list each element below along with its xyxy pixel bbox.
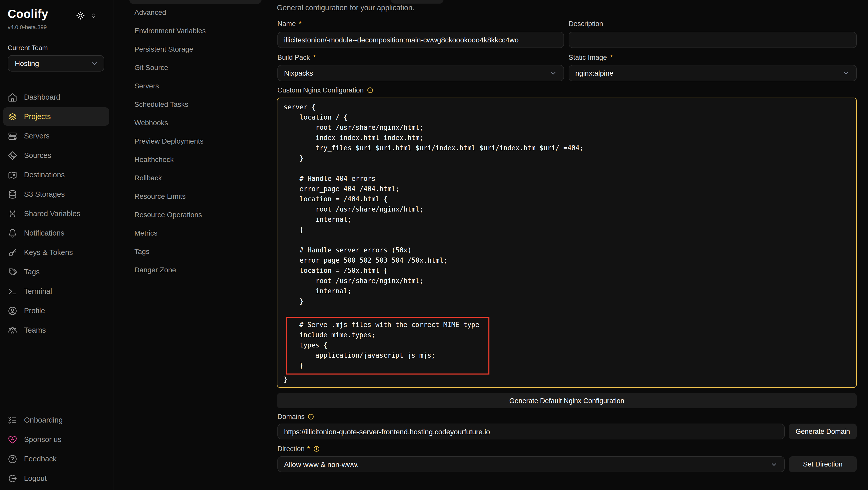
- code-line: [283, 235, 850, 245]
- sidebar-item-onboarding[interactable]: Onboarding: [3, 411, 109, 429]
- sidebar-item-label: Notifications: [24, 229, 64, 237]
- static-image-select[interactable]: nginx:alpine: [569, 65, 857, 81]
- users-icon: [8, 325, 18, 335]
- required-marker: *: [299, 20, 302, 28]
- submenu-item-resource-limits[interactable]: Resource Limits: [114, 187, 276, 205]
- generate-domain-button[interactable]: Generate Domain: [789, 424, 857, 439]
- submenu-item-advanced[interactable]: Advanced: [114, 3, 276, 22]
- submenu-item-rollback[interactable]: Rollback: [114, 169, 276, 187]
- sidebar-item-projects[interactable]: Projects: [3, 107, 109, 126]
- cutoff-top-button[interactable]: [391, 0, 443, 4]
- sidebar-item-label: Servers: [24, 132, 50, 140]
- current-team-label: Current Team: [8, 44, 48, 52]
- submenu-item-danger-zone[interactable]: Danger Zone: [114, 261, 276, 279]
- build-pack-value: Nixpacks: [284, 69, 313, 77]
- code-line: try_files $uri $uri.html $uri/index.html…: [283, 143, 850, 153]
- sidebar-item-label: Dashboard: [24, 93, 60, 101]
- description-input[interactable]: [569, 32, 857, 48]
- submenu-item-environment-variables[interactable]: Environment Variables: [114, 22, 276, 40]
- submenu-item-resource-operations[interactable]: Resource Operations: [114, 205, 276, 224]
- logout-icon: [8, 473, 18, 483]
- chevron-down-icon: [549, 69, 557, 77]
- sidebar-item-tags[interactable]: Tags: [3, 263, 109, 281]
- sidebar-item-logout[interactable]: Logout: [3, 469, 109, 487]
- code-line: internal;: [283, 215, 850, 225]
- sidebar-item-label: Shared Variables: [24, 210, 80, 218]
- sidebar-item-shared-variables[interactable]: Shared Variables: [3, 204, 109, 223]
- sidebar-item-dashboard[interactable]: Dashboard: [3, 88, 109, 106]
- code-line: }: [283, 225, 850, 235]
- sidebar-item-servers[interactable]: Servers: [3, 127, 109, 145]
- info-icon[interactable]: [367, 87, 373, 93]
- code-line: internal;: [283, 286, 850, 296]
- build-pack-select[interactable]: Nixpacks: [277, 65, 564, 81]
- submenu-item-webhooks[interactable]: Webhooks: [114, 114, 276, 132]
- info-icon[interactable]: [308, 414, 314, 420]
- required-marker: *: [307, 445, 310, 453]
- name-input[interactable]: [277, 32, 564, 48]
- required-marker: *: [313, 54, 316, 61]
- list-checks-icon: [8, 415, 18, 425]
- sidebar-item-profile[interactable]: Profile: [3, 302, 109, 320]
- coolify-app: Coolify v4.0.0-beta.399 Current Team Hos…: [0, 0, 868, 490]
- sidebar-item-sources[interactable]: Sources: [3, 146, 109, 164]
- map-x-icon: [8, 170, 18, 180]
- theme-toggle-sun-icon[interactable]: [75, 11, 85, 21]
- layers-icon: [8, 112, 18, 121]
- sidebar-item-feedback[interactable]: Feedback: [3, 450, 109, 468]
- sidebar-item-label: S3 Storages: [24, 190, 65, 198]
- page-subtitle: General configuration for your applicati…: [277, 4, 414, 12]
- sidebar-item-s3-storages[interactable]: S3 Storages: [3, 185, 109, 203]
- code-line: }: [283, 153, 850, 163]
- description-label: Description: [569, 20, 603, 28]
- direction-select[interactable]: Allow www & non-www.: [277, 456, 785, 472]
- app-logo[interactable]: Coolify: [8, 7, 48, 21]
- code-line: # Handle server errors (50x): [283, 245, 850, 255]
- sidebar-item-notifications[interactable]: Notifications: [3, 224, 109, 242]
- code-line: [283, 163, 850, 174]
- nginx-config-editor[interactable]: server { location / { root /usr/share/ng…: [277, 98, 857, 388]
- user-circle-icon: [8, 306, 18, 315]
- code-line: error_page 404 /404.html;: [283, 184, 850, 194]
- static-image-value: nginx:alpine: [575, 69, 613, 77]
- code-line: [283, 307, 850, 317]
- code-line: include mime.types;: [299, 330, 479, 340]
- submenu-item-servers[interactable]: Servers: [114, 76, 276, 95]
- sidebar-item-label: Feedback: [24, 455, 57, 463]
- sidebar-item-label: Tags: [24, 268, 40, 276]
- sidebar-item-sponsor-us[interactable]: Sponsor us: [3, 430, 109, 449]
- sidebar-nav: DashboardProjectsServersSourcesDestinati…: [0, 88, 114, 340]
- code-line: # Handle 404 errors: [283, 174, 850, 184]
- submenu-item-git-source[interactable]: Git Source: [114, 58, 276, 76]
- team-select-value: Hosting: [15, 59, 39, 67]
- submenu-item-scheduled-tasks[interactable]: Scheduled Tasks: [114, 95, 276, 114]
- submenu-item-preview-deployments[interactable]: Preview Deployments: [114, 132, 276, 150]
- domains-input[interactable]: [277, 424, 785, 439]
- app-version: v4.0.0-beta.399: [8, 24, 47, 30]
- submenu-item-tags[interactable]: Tags: [114, 242, 276, 261]
- sidebar-item-label: Onboarding: [24, 416, 63, 424]
- submenu-selected-item-cutoff[interactable]: [129, 0, 261, 4]
- sidebar-item-teams[interactable]: Teams: [3, 321, 109, 339]
- sidebar-item-destinations[interactable]: Destinations: [3, 165, 109, 184]
- team-select[interactable]: Hosting: [8, 55, 104, 71]
- sidebar-item-keys-tokens[interactable]: Keys & Tokens: [3, 243, 109, 262]
- code-line: root /usr/share/nginx/html;: [283, 204, 850, 215]
- code-line: }: [283, 296, 850, 307]
- set-direction-button[interactable]: Set Direction: [789, 456, 857, 472]
- database-icon: [8, 189, 18, 199]
- bell-icon: [8, 228, 18, 238]
- code-line: }: [299, 361, 479, 371]
- generate-default-nginx-button[interactable]: Generate Default Nginx Configuration: [277, 393, 857, 408]
- code-line: root /usr/share/nginx/html;: [283, 123, 850, 133]
- heart-icon: [8, 434, 18, 444]
- submenu-item-healthcheck[interactable]: Healthcheck: [114, 150, 276, 169]
- chevrons-up-down-icon[interactable]: [90, 12, 97, 19]
- static-image-label: Static Image*: [569, 54, 613, 61]
- info-icon[interactable]: [313, 446, 319, 452]
- submenu-item-metrics[interactable]: Metrics: [114, 224, 276, 242]
- sidebar-item-terminal[interactable]: Terminal: [3, 282, 109, 301]
- sidebar-footer-nav: OnboardingSponsor usFeedbackLogout: [0, 411, 114, 488]
- sidebar-item-label: Projects: [24, 113, 51, 121]
- submenu-item-persistent-storage[interactable]: Persistent Storage: [114, 40, 276, 58]
